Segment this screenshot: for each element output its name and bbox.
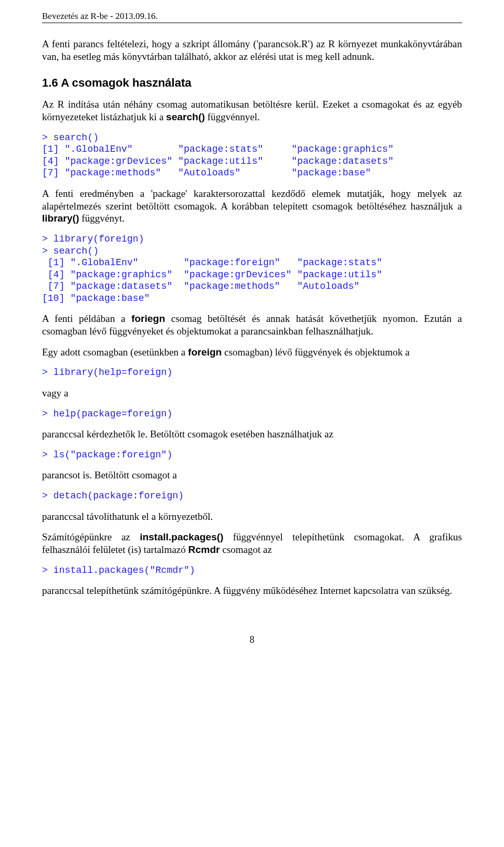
text: Számítógépünkre az bbox=[42, 531, 140, 542]
text-bold-func: install.packages() bbox=[140, 531, 223, 542]
paragraph: paranccsal távolíthatunk el a környezetb… bbox=[42, 510, 462, 523]
text-bold-pkgname: foreign bbox=[188, 347, 222, 358]
code-block-search2: > library(foreign) > search() [1] ".Glob… bbox=[42, 233, 462, 304]
text: csomagban) lévő függvények és objektumok… bbox=[222, 347, 410, 358]
page-number: 8 bbox=[42, 634, 462, 646]
text-bold-pkgname: foriegn bbox=[131, 313, 165, 324]
code-block-helppkg: > help(package=foreign) bbox=[42, 408, 462, 420]
paragraph-intro: A fenti parancs feltételezi, hogy a szkr… bbox=[42, 38, 462, 63]
text: függvényt. bbox=[79, 213, 125, 224]
paragraph: Egy adott csomagban (esetünkben a foreig… bbox=[42, 346, 462, 359]
paragraph: Az R indítása után néhány csomag automat… bbox=[42, 98, 462, 123]
text: Egy adott csomagban (esetünkben a bbox=[42, 347, 188, 358]
text: A fenti eredményben a 'package' karakter… bbox=[42, 188, 462, 212]
paragraph: parancsot is. Betöltött csomagot a bbox=[42, 469, 462, 482]
section-heading: 1.6 A csomagok használata bbox=[42, 76, 462, 90]
text-bold-func: library() bbox=[42, 213, 79, 224]
code-block-search1: > search() [1] ".GlobalEnv" "package:sta… bbox=[42, 132, 462, 179]
text-code-inline: 'parancsok.R' bbox=[257, 38, 310, 49]
text: függvénnyel. bbox=[205, 111, 259, 122]
code-block-install: > install.packages("Rcmdr") bbox=[42, 564, 462, 577]
text: A fenti parancs feltételezi, hogy a szkr… bbox=[42, 38, 257, 49]
text: csomagot az bbox=[220, 544, 272, 555]
paragraph: A fenti eredményben a 'package' karakter… bbox=[42, 187, 462, 225]
code-block-libhelp: > library(help=foreign) bbox=[42, 367, 462, 379]
paragraph: paranccsal kérdezhetők le. Betöltött cso… bbox=[42, 428, 462, 441]
text-bold-pkgname: Rcmdr bbox=[188, 544, 220, 555]
page-header: Bevezetés az R-be - 2013.09.16. bbox=[42, 11, 462, 23]
paragraph: Számítógépünkre az install.packages() fü… bbox=[42, 531, 462, 556]
code-block-ls: > ls("package:foreign") bbox=[42, 449, 462, 461]
document-page: Bevezetés az R-be - 2013.09.16. A fenti … bbox=[0, 0, 504, 667]
text-bold-func: search() bbox=[166, 111, 205, 122]
text: A fenti példában a bbox=[42, 313, 131, 324]
paragraph: vagy a bbox=[42, 387, 462, 400]
paragraph: paranccsal telepíthetünk számítógépünkre… bbox=[42, 584, 462, 597]
code-block-detach: > detach(package:foreign) bbox=[42, 490, 462, 502]
paragraph: A fenti példában a foriegn csomag betölt… bbox=[42, 312, 462, 338]
